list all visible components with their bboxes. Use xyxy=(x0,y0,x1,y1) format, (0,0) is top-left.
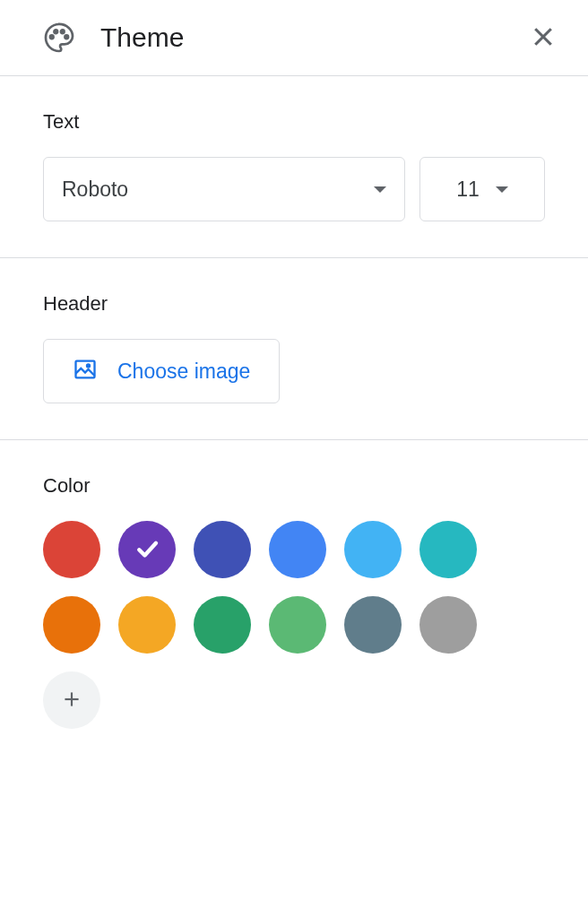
panel-title: Theme xyxy=(100,22,525,53)
svg-point-0 xyxy=(50,35,54,39)
svg-point-3 xyxy=(65,35,68,39)
image-icon xyxy=(73,357,98,385)
color-swatch[interactable] xyxy=(118,596,176,654)
add-color-button[interactable] xyxy=(43,671,100,729)
panel-header: Theme xyxy=(0,0,588,76)
theme-panel: Theme Text Roboto 11 Header xyxy=(0,0,588,765)
font-size-dropdown[interactable]: 11 xyxy=(419,157,545,221)
font-value: Roboto xyxy=(62,178,128,202)
color-swatch[interactable] xyxy=(194,521,251,578)
svg-point-1 xyxy=(54,30,57,33)
palette-icon xyxy=(43,22,75,54)
text-section: Text Roboto 11 xyxy=(0,76,588,258)
chevron-down-icon xyxy=(374,186,386,193)
close-button[interactable] xyxy=(525,20,561,56)
choose-image-label: Choose image xyxy=(117,359,250,384)
header-label: Header xyxy=(43,292,545,316)
svg-point-7 xyxy=(87,364,90,367)
font-dropdown[interactable]: Roboto xyxy=(43,157,405,221)
color-swatch[interactable] xyxy=(43,596,100,654)
color-swatch[interactable] xyxy=(419,596,477,654)
plus-icon xyxy=(60,688,83,714)
text-label: Text xyxy=(43,110,545,134)
color-swatch[interactable] xyxy=(419,521,477,578)
color-swatch[interactable] xyxy=(269,521,326,578)
close-icon xyxy=(530,23,557,53)
checkmark-icon xyxy=(134,535,160,565)
text-controls: Roboto 11 xyxy=(43,157,545,221)
svg-point-2 xyxy=(61,30,65,33)
header-section: Header Choose image xyxy=(0,258,588,440)
color-swatch[interactable] xyxy=(269,596,326,654)
font-size-value: 11 xyxy=(456,178,480,202)
choose-image-button[interactable]: Choose image xyxy=(43,339,280,403)
color-swatch[interactable] xyxy=(344,521,402,578)
color-label: Color xyxy=(43,474,545,498)
color-swatch[interactable] xyxy=(118,521,176,578)
color-swatch[interactable] xyxy=(43,521,100,578)
chevron-down-icon xyxy=(496,186,508,193)
color-swatch[interactable] xyxy=(344,596,402,654)
color-grid xyxy=(43,521,509,729)
color-swatch[interactable] xyxy=(194,596,251,654)
color-section: Color xyxy=(0,440,588,765)
